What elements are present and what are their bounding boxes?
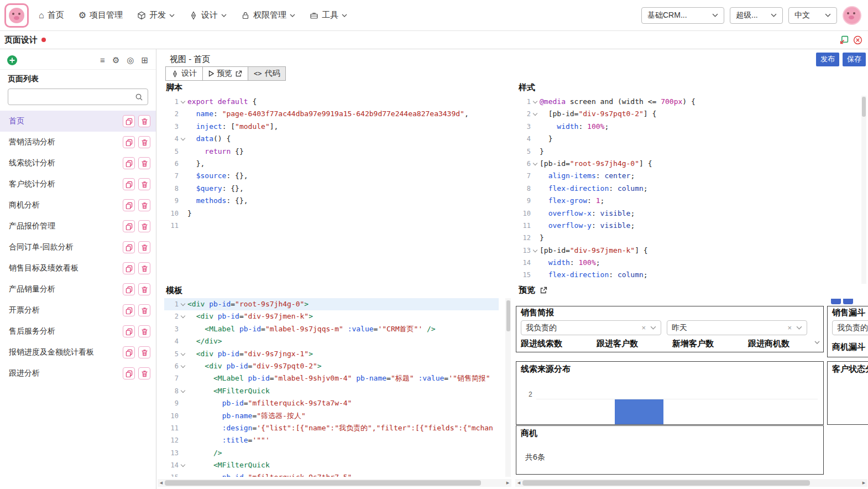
search-icon[interactable]: [135, 93, 143, 101]
copy-page-button[interactable]: [123, 178, 135, 190]
code-line[interactable]: 7 align-items: center;: [516, 170, 859, 182]
code-line[interactable]: 14 width: 100%;: [516, 257, 859, 269]
fold-toggle-icon[interactable]: [531, 96, 540, 108]
code-line[interactable]: 1<div pb-id="root-9s7jh4g-0">: [164, 298, 499, 310]
code-line[interactable]: 10 overflow-x: visible;: [516, 207, 859, 220]
nav-item-develop[interactable]: 开发: [137, 10, 175, 20]
copy-page-button[interactable]: [123, 115, 135, 127]
code-line[interactable]: 3 width: 100%;: [516, 121, 859, 133]
copy-page-button[interactable]: [123, 346, 135, 358]
code-line[interactable]: 8 flex-direction: column;: [516, 183, 859, 195]
fold-toggle-icon[interactable]: [179, 96, 187, 108]
code-line[interactable]: 8 $query: {},: [164, 183, 503, 195]
delete-page-button[interactable]: [138, 283, 150, 295]
scroll-left-icon[interactable]: ◀: [515, 481, 522, 485]
copy-page-button[interactable]: [123, 199, 135, 211]
template-hscrollbar[interactable]: ◀ ▶: [158, 479, 511, 487]
code-line[interactable]: 7 <MLabel pb-id="mlabel-9shjv0m-4" pb-na…: [164, 372, 499, 384]
clear-icon[interactable]: ×: [787, 324, 792, 332]
code-line[interactable]: 5}: [516, 145, 859, 158]
target-icon[interactable]: ◎: [127, 55, 134, 65]
fold-toggle-icon[interactable]: [179, 298, 187, 310]
preview-hscrollbar[interactable]: ◀ ▶: [515, 479, 867, 487]
delete-page-button[interactable]: [138, 241, 150, 253]
clear-icon[interactable]: ×: [641, 324, 646, 332]
nav-item-design[interactable]: 设计: [189, 10, 227, 20]
page-list-item[interactable]: 销售目标及绩效看板: [0, 258, 156, 279]
fold-toggle-icon[interactable]: [179, 310, 187, 322]
fold-toggle-icon[interactable]: [179, 385, 187, 397]
list-view-icon[interactable]: ≡: [100, 55, 105, 65]
page-list-item[interactable]: 客户统计分析: [0, 174, 156, 195]
nav-item-home[interactable]: ⌂ 首页: [39, 10, 64, 20]
project-select[interactable]: 基础CRM...: [641, 7, 724, 24]
page-list-item[interactable]: 产品销量分析: [0, 279, 156, 300]
chevron-down-icon[interactable]: [796, 326, 802, 330]
delete-page-button[interactable]: [138, 220, 150, 232]
delete-page-button[interactable]: [138, 157, 150, 169]
page-list-item[interactable]: 线索统计分析: [0, 153, 156, 174]
delete-page-button[interactable]: [138, 367, 150, 379]
code-line[interactable]: 12 :title='""': [164, 434, 499, 446]
popout-window-button[interactable]: [839, 35, 849, 45]
code-line[interactable]: 2 name: "page-6403f77ac44dba97e9919a15-6…: [164, 108, 503, 120]
code-line[interactable]: 6 },: [164, 158, 503, 170]
copy-page-button[interactable]: [123, 262, 135, 274]
style-editor-scrollbar[interactable]: [861, 96, 866, 284]
page-list-item[interactable]: 售后服务分析: [0, 321, 156, 342]
template-editor-scrollbar[interactable]: [505, 298, 511, 477]
page-list-item[interactable]: 产品报价管理: [0, 216, 156, 237]
code-line[interactable]: 1@media screen and (width <= 700px) {: [516, 96, 859, 108]
code-line[interactable]: 9 methods: {},: [164, 195, 503, 207]
copy-page-button[interactable]: [123, 241, 135, 253]
nav-item-permissions[interactable]: 权限管理: [241, 10, 295, 20]
copy-page-button[interactable]: [123, 367, 135, 379]
code-line[interactable]: 10}: [164, 207, 503, 220]
fold-toggle-icon[interactable]: [179, 348, 187, 360]
delete-page-button[interactable]: [138, 346, 150, 358]
copy-page-button[interactable]: [123, 325, 135, 337]
code-line[interactable]: 7 $source: {},: [164, 170, 503, 182]
add-page-button[interactable]: [7, 55, 18, 66]
language-select[interactable]: 中文: [788, 7, 837, 24]
scroll-right-icon[interactable]: ▶: [860, 481, 867, 485]
code-line[interactable]: 11 overflow-y: visible;: [516, 220, 859, 232]
open-external-icon[interactable]: [235, 70, 242, 77]
fold-toggle-icon[interactable]: [179, 133, 187, 145]
code-line[interactable]: 13 />: [164, 447, 499, 459]
delete-page-button[interactable]: [138, 325, 150, 337]
nav-item-tools[interactable]: 工具: [310, 10, 347, 20]
page-list-item[interactable]: 报销进度及金额统计看板: [0, 342, 156, 363]
code-line[interactable]: 6 <div pb-id="div-9s7pqt0-2">: [164, 360, 499, 372]
copy-page-button[interactable]: [123, 220, 135, 232]
person-filter-select[interactable]: 我负责的 ×: [521, 320, 661, 335]
save-button[interactable]: 保存: [843, 53, 866, 66]
code-line[interactable]: 4 data() {: [164, 133, 503, 145]
grid-view-icon[interactable]: ⊞: [141, 55, 148, 65]
delete-page-button[interactable]: [138, 115, 150, 127]
code-line[interactable]: 9 pb-id="mfilterquick-9s7ta7w-4": [164, 397, 499, 409]
settings-icon[interactable]: ⚙: [112, 55, 119, 65]
app-logo[interactable]: [4, 3, 29, 28]
tab-code[interactable]: <> 代码: [248, 66, 286, 81]
chevron-down-icon[interactable]: [650, 326, 656, 330]
code-line[interactable]: 4 </div>: [164, 335, 499, 347]
template-editor[interactable]: 1<div pb-id="root-9s7jh4g-0">2 <div pb-i…: [164, 298, 499, 477]
delete-page-button[interactable]: [138, 262, 150, 274]
fold-toggle-icon[interactable]: [179, 360, 187, 372]
publish-button[interactable]: 发布: [816, 53, 839, 66]
code-line[interactable]: 1export default {: [164, 96, 503, 108]
code-line[interactable]: 11: [164, 220, 503, 232]
scroll-left-icon[interactable]: ◀: [158, 481, 165, 485]
copy-page-button[interactable]: [123, 283, 135, 295]
user-avatar[interactable]: [843, 6, 861, 25]
nav-item-project-management[interactable]: ⚙ 项目管理: [79, 10, 123, 20]
page-list-item[interactable]: 营销活动分析: [0, 132, 156, 153]
bar-lead-source[interactable]: [615, 399, 663, 424]
code-line[interactable]: 13[pb-id="div-9s7jmen-k"] {: [516, 245, 859, 257]
code-line[interactable]: 5 <div pb-id="div-9s7jngx-1">: [164, 348, 499, 360]
tab-preview[interactable]: 预览: [202, 66, 248, 81]
preview-popout-icon[interactable]: [540, 287, 547, 294]
code-line[interactable]: 2 [pb-id="div-9s7pqt0-2"] {: [516, 108, 859, 120]
code-line[interactable]: 2 <div pb-id="div-9s7jmen-k">: [164, 310, 499, 322]
